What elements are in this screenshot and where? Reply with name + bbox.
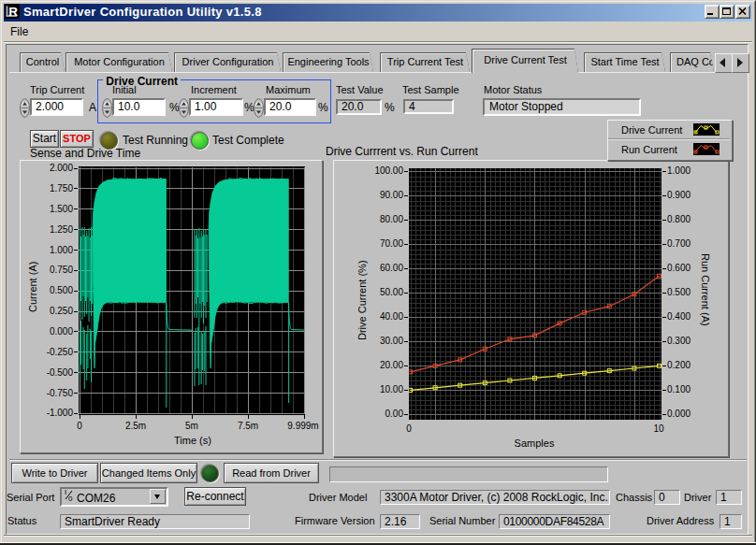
svg-text:R: R — [8, 5, 18, 19]
svg-text:I: I — [65, 488, 66, 496]
svg-text:0: 0 — [68, 495, 73, 502]
